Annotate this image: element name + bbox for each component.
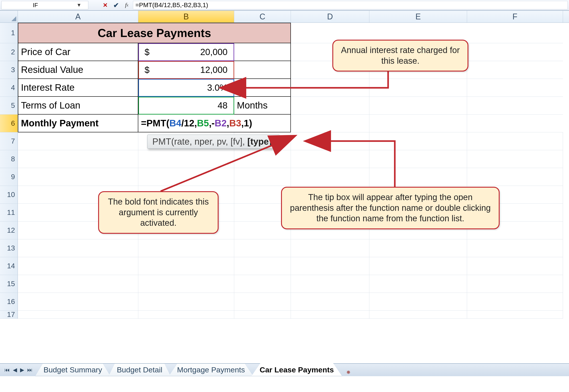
cell-A16[interactable] — [18, 293, 138, 311]
cell-E4[interactable] — [369, 79, 467, 97]
cell-C2[interactable] — [234, 43, 291, 61]
row-header-7[interactable]: 7 — [0, 132, 18, 150]
cell-F5[interactable] — [467, 97, 563, 114]
cell-F7[interactable] — [467, 132, 563, 150]
col-header-E[interactable]: E — [369, 11, 467, 23]
cell-E8[interactable] — [369, 150, 467, 168]
cell-A4[interactable]: Interest Rate — [18, 79, 138, 97]
cell-D16[interactable] — [291, 293, 369, 311]
cell-D13[interactable] — [291, 239, 369, 257]
cell-D14[interactable] — [291, 257, 369, 275]
tab-nav-last-icon[interactable]: ⏭ — [26, 366, 34, 374]
cell-B5[interactable]: 48 — [138, 97, 234, 114]
cell-A3[interactable]: Residual Value — [18, 61, 138, 79]
cell-F1[interactable] — [467, 23, 563, 43]
tab-car-lease-payments[interactable]: Car Lease Payments — [251, 363, 342, 376]
insert-worksheet-icon[interactable]: ✸ — [344, 369, 353, 376]
row-header-13[interactable]: 13 — [0, 239, 18, 257]
row-header-2[interactable]: 2 — [0, 43, 18, 61]
cell-F4[interactable] — [467, 79, 563, 97]
cell-C17[interactable] — [234, 311, 291, 319]
cell-E15[interactable] — [369, 275, 467, 293]
cell-A9[interactable] — [18, 168, 138, 186]
row-header-16[interactable]: 16 — [0, 293, 18, 311]
cell-F14[interactable] — [467, 257, 563, 275]
cell-E16[interactable] — [369, 293, 467, 311]
col-header-D[interactable]: D — [291, 11, 369, 23]
cell-C9[interactable] — [234, 168, 291, 186]
cell-A8[interactable] — [18, 150, 138, 168]
cell-B17[interactable] — [138, 311, 234, 319]
row-header-12[interactable]: 12 — [0, 222, 18, 239]
cell-D4[interactable] — [291, 79, 369, 97]
row-header-17[interactable]: 17 — [0, 311, 18, 319]
row-header-1[interactable]: 1 — [0, 23, 18, 43]
cell-B14[interactable] — [138, 257, 234, 275]
cell-B16[interactable] — [138, 293, 234, 311]
row-header-6[interactable]: 6 — [0, 114, 18, 132]
cancel-formula-icon[interactable]: ✕ — [101, 1, 110, 9]
cell-F3[interactable] — [467, 61, 563, 79]
tab-budget-summary[interactable]: Budget Summary — [35, 364, 110, 376]
cell-F9[interactable] — [467, 168, 563, 186]
cell-B15[interactable] — [138, 275, 234, 293]
row-header-14[interactable]: 14 — [0, 257, 18, 275]
formula-input[interactable]: =PMT(B4/12,B5,-B2,B3,1) — [133, 1, 568, 9]
row-header-11[interactable]: 11 — [0, 204, 18, 222]
cell-A17[interactable] — [18, 311, 138, 319]
cell-B8[interactable] — [138, 150, 234, 168]
cell-C15[interactable] — [234, 275, 291, 293]
tab-nav-first-icon[interactable]: ⏮ — [3, 366, 11, 374]
cell-A15[interactable] — [18, 275, 138, 293]
cell-B2[interactable]: $ 20,000 — [138, 43, 234, 61]
cell-D8[interactable] — [291, 150, 369, 168]
cell-F6[interactable] — [467, 114, 563, 132]
cell-A2[interactable]: Price of Car — [18, 43, 138, 61]
cell-A6[interactable]: Monthly Payment — [18, 114, 138, 132]
tab-nav-next-icon[interactable]: ▶ — [19, 366, 25, 374]
cell-E7[interactable] — [369, 132, 467, 150]
name-box[interactable]: IF ▼ — [1, 1, 88, 9]
cell-D6[interactable] — [291, 114, 369, 132]
row-header-8[interactable]: 8 — [0, 150, 18, 168]
cell-C16[interactable] — [234, 293, 291, 311]
cell-F17[interactable] — [467, 311, 563, 319]
cell-F2[interactable] — [467, 43, 563, 61]
cell-B4[interactable]: 3.0% — [138, 79, 234, 97]
cell-D7[interactable] — [291, 132, 369, 150]
tab-nav-prev-icon[interactable]: ◀ — [12, 366, 18, 374]
row-header-9[interactable]: 9 — [0, 168, 18, 186]
enter-formula-icon[interactable]: ✔ — [112, 1, 120, 9]
cell-B3[interactable]: $ 12,000 — [138, 61, 234, 79]
cell-C4[interactable] — [234, 79, 291, 97]
cell-F13[interactable] — [467, 239, 563, 257]
insert-function-icon[interactable]: fx — [122, 1, 131, 9]
row-header-15[interactable]: 15 — [0, 275, 18, 293]
cell-C14[interactable] — [234, 257, 291, 275]
row-header-5[interactable]: 5 — [0, 97, 18, 114]
cell-E17[interactable] — [369, 311, 467, 319]
col-header-C[interactable]: C — [234, 11, 291, 23]
cell-C13[interactable] — [234, 239, 291, 257]
col-header-B[interactable]: B — [138, 11, 234, 23]
cell-D17[interactable] — [291, 311, 369, 319]
tab-budget-detail[interactable]: Budget Detail — [109, 364, 171, 376]
cell-D9[interactable] — [291, 168, 369, 186]
cell-B13[interactable] — [138, 239, 234, 257]
cell-C8[interactable] — [234, 150, 291, 168]
cell-C3[interactable] — [234, 61, 291, 79]
select-all-corner[interactable] — [0, 11, 18, 23]
col-header-A[interactable]: A — [18, 11, 138, 23]
cell-A5[interactable]: Terms of Loan — [18, 97, 138, 114]
cell-D5[interactable] — [291, 97, 369, 114]
cell-E9[interactable] — [369, 168, 467, 186]
name-box-dropdown-icon[interactable]: ▼ — [76, 2, 81, 8]
cell-B6[interactable]: =PMT(B4/12,B5,-B2,B3,1) — [138, 114, 291, 132]
cell-E5[interactable] — [369, 97, 467, 114]
cell-F8[interactable] — [467, 150, 563, 168]
tab-mortgage-payments[interactable]: Mortgage Payments — [169, 364, 253, 376]
title-cell[interactable]: Car Lease Payments — [18, 23, 291, 43]
row-header-3[interactable]: 3 — [0, 61, 18, 79]
cell-A14[interactable] — [18, 257, 138, 275]
col-header-F[interactable]: F — [467, 11, 563, 23]
